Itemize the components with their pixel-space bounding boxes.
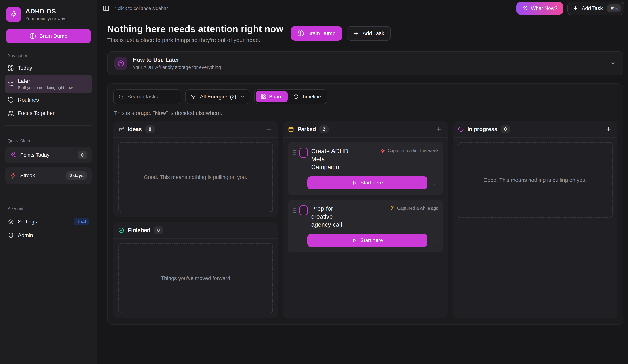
hourglass-icon <box>390 206 395 211</box>
sidebar-divider <box>5 193 92 193</box>
command-icon: ⌘ <box>610 6 614 11</box>
brain-icon <box>298 30 304 37</box>
tab-timeline-view[interactable]: Timeline <box>288 91 326 102</box>
grid-icon <box>261 94 266 99</box>
account-section-label: Account <box>8 206 89 212</box>
brain-dump-button[interactable]: Brain Dump <box>291 26 342 41</box>
page-content: Nothing here needs attention right now T… <box>97 17 628 364</box>
empty-drop-zone: Things you've moved forward <box>118 243 273 313</box>
sparkles-icon <box>522 5 528 11</box>
page-title: Nothing here needs attention right now <box>107 24 283 34</box>
list-checks-icon <box>8 81 14 87</box>
nav-section-label: Navigation <box>8 53 89 58</box>
plus-icon <box>573 5 578 11</box>
check-circle-icon <box>118 227 124 233</box>
column-title: In progress <box>468 126 497 132</box>
stats-section-label: Quick Stats <box>8 139 89 144</box>
page-subtitle: This is just a place to park things so t… <box>107 37 283 43</box>
storage-hint: This is storage. "Now" is decided elsewh… <box>114 110 617 116</box>
sidebar-item-focus-together[interactable]: Focus Together <box>4 107 92 120</box>
column-count: 2 <box>319 125 329 133</box>
collapse-sidebar-hint[interactable]: < click to collapse sidebar <box>114 6 168 11</box>
chevron-down-icon[interactable] <box>610 60 616 67</box>
task-checkbox[interactable] <box>299 205 308 215</box>
add-task-button[interactable]: Add Task <box>347 26 391 41</box>
plus-icon <box>353 31 359 36</box>
empty-drop-zone: Good. This means nothing is pulling on y… <box>458 142 613 218</box>
column-title: Finished <box>128 227 150 233</box>
search-input[interactable] <box>127 94 176 100</box>
captured-label: Captured earlier this week <box>388 148 438 153</box>
main-area: < click to collapse sidebar What Now? Ad… <box>97 0 628 364</box>
calendar-icon <box>288 126 294 132</box>
sparkles-icon <box>10 152 16 158</box>
column-finished: Finished 0 Things you've moved forward <box>113 222 278 318</box>
search-input-wrapper <box>113 89 181 104</box>
keyboard-shortcut-chip: ⌘ K <box>607 4 621 12</box>
sidebar: ADHD OS Your brain, your way Brain Dump … <box>0 0 97 364</box>
add-task-button[interactable]: Add Task ⌘ K <box>567 2 624 15</box>
page-header: Nothing here needs attention right now T… <box>107 24 624 43</box>
topbar: < click to collapse sidebar What Now? Ad… <box>97 0 628 17</box>
app-window: ADHD OS Your brain, your way Brain Dump … <box>0 0 628 364</box>
brain-dump-button[interactable]: Brain Dump <box>6 29 91 43</box>
task-menu-icon[interactable] <box>431 179 439 187</box>
archive-icon <box>118 126 124 132</box>
app-logo-row: ADHD OS Your brain, your way <box>4 5 92 22</box>
task-card[interactable]: Prep for creative agency call Captured a… <box>288 200 443 253</box>
column-title: Ideas <box>128 126 142 132</box>
clock-icon <box>293 94 299 99</box>
task-title: Prep for creative agency call <box>311 205 351 229</box>
drag-handle-icon[interactable] <box>292 150 296 156</box>
empty-state-text: Good. This means nothing is pulling on y… <box>144 174 247 180</box>
sidebar-item-today[interactable]: Today <box>4 61 92 75</box>
help-circle-icon <box>114 57 127 70</box>
task-checkbox[interactable] <box>299 148 308 158</box>
zap-icon <box>10 172 16 179</box>
column-in-progress: In progress 0 Good. This means nothing i… <box>453 121 617 318</box>
board-controls: All Energies (2) Board <box>113 89 617 104</box>
shield-icon <box>8 232 14 239</box>
column-title: Parked <box>298 126 316 132</box>
sidebar-item-admin[interactable]: Admin <box>4 229 92 242</box>
add-to-column-button[interactable] <box>435 125 443 133</box>
play-icon <box>352 238 357 243</box>
what-now-button[interactable]: What Now? <box>516 2 563 15</box>
view-toggle: Board Timeline <box>254 89 327 104</box>
funnel-icon <box>190 94 196 100</box>
stat-value: 0 <box>78 151 87 159</box>
sidebar-item-settings[interactable]: Settings Trial <box>4 215 92 229</box>
zap-icon <box>380 148 385 153</box>
zap-logo-icon <box>6 7 21 22</box>
how-to-use-banner[interactable]: How to Use Later Your ADHD-friendly stor… <box>107 51 624 75</box>
sidebar-item-routines[interactable]: Routines <box>4 93 92 107</box>
stat-value: 0 days <box>66 171 87 180</box>
gear-icon <box>8 218 14 225</box>
stat-label: Streak <box>20 173 62 179</box>
tab-board-view[interactable]: Board <box>256 91 288 102</box>
board-columns: Ideas 0 Good. This means nothing is pull… <box>113 121 617 318</box>
start-here-button[interactable]: Start here <box>307 176 427 189</box>
energy-filter-dropdown[interactable]: All Energies (2) <box>185 89 250 104</box>
chevron-down-icon <box>240 94 245 99</box>
board-container: All Energies (2) Board <box>107 83 624 325</box>
banner-subtitle: Your ADHD-friendly storage for everythin… <box>133 65 221 70</box>
app-tagline: Your brain, your way <box>25 16 65 21</box>
task-menu-icon[interactable] <box>431 237 439 244</box>
rotate-icon <box>8 97 14 103</box>
empty-state-text: Good. This means nothing is pulling on y… <box>483 177 587 183</box>
stat-label: Points Today <box>20 152 74 158</box>
task-card[interactable]: Create ADHD Meta Campaign Captured earli… <box>288 142 443 195</box>
drag-handle-icon[interactable] <box>292 207 296 213</box>
streak-stat: Streak 0 days <box>5 167 92 184</box>
trial-badge: Trial <box>74 218 89 225</box>
brain-icon <box>29 33 36 39</box>
add-to-column-button[interactable] <box>605 125 612 133</box>
points-today-stat: Points Today 0 <box>5 147 92 163</box>
sidebar-item-later[interactable]: Later Stuff you're not doing right now <box>4 75 92 93</box>
start-here-button[interactable]: Start here <box>307 234 427 247</box>
search-icon <box>118 94 124 100</box>
banner-title: How to Use Later <box>133 57 221 63</box>
add-to-column-button[interactable] <box>265 125 273 133</box>
panel-left-icon[interactable] <box>103 5 109 12</box>
